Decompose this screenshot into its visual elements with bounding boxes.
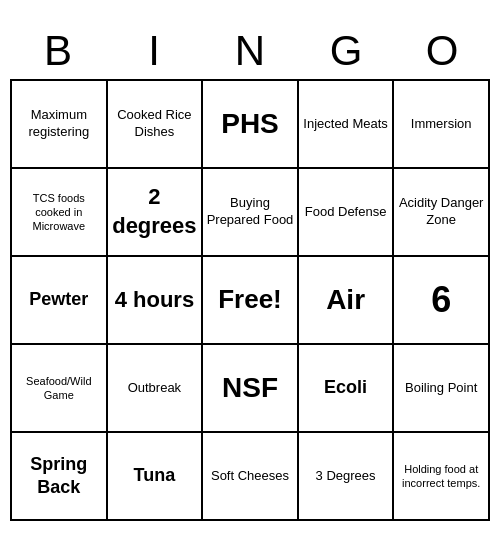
bingo-cell-10: Pewter <box>12 257 108 345</box>
bingo-cell-6: 2 degrees <box>108 169 204 257</box>
bingo-cell-12: Free! <box>203 257 299 345</box>
bingo-cell-14: 6 <box>394 257 490 345</box>
bingo-cell-5: TCS foods cooked in Microwave <box>12 169 108 257</box>
bingo-cell-7: Buying Prepared Food <box>203 169 299 257</box>
bingo-cell-18: Ecoli <box>299 345 395 433</box>
bingo-grid: Maximum registeringCooked Rice DishesPHS… <box>10 79 490 521</box>
bingo-cell-22: Soft Cheeses <box>203 433 299 521</box>
bingo-cell-8: Food Defense <box>299 169 395 257</box>
letter-o: O <box>394 23 490 79</box>
bingo-cell-21: Tuna <box>108 433 204 521</box>
bingo-cell-3: Injected Meats <box>299 81 395 169</box>
bingo-card: B I N G O Maximum registeringCooked Rice… <box>10 23 490 521</box>
bingo-cell-24: Holding food at incorrect temps. <box>394 433 490 521</box>
bingo-cell-15: Seafood/Wild Game <box>12 345 108 433</box>
bingo-cell-16: Outbreak <box>108 345 204 433</box>
bingo-cell-20: Spring Back <box>12 433 108 521</box>
bingo-cell-1: Cooked Rice Dishes <box>108 81 204 169</box>
bingo-cell-11: 4 hours <box>108 257 204 345</box>
letter-g: G <box>298 23 394 79</box>
letter-i: I <box>106 23 202 79</box>
letter-b: B <box>10 23 106 79</box>
bingo-cell-17: NSF <box>203 345 299 433</box>
bingo-cell-2: PHS <box>203 81 299 169</box>
bingo-cell-23: 3 Degrees <box>299 433 395 521</box>
bingo-header: B I N G O <box>10 23 490 79</box>
bingo-cell-0: Maximum registering <box>12 81 108 169</box>
bingo-cell-9: Acidity Danger Zone <box>394 169 490 257</box>
bingo-cell-4: Immersion <box>394 81 490 169</box>
bingo-cell-19: Boiling Point <box>394 345 490 433</box>
letter-n: N <box>202 23 298 79</box>
bingo-cell-13: Air <box>299 257 395 345</box>
